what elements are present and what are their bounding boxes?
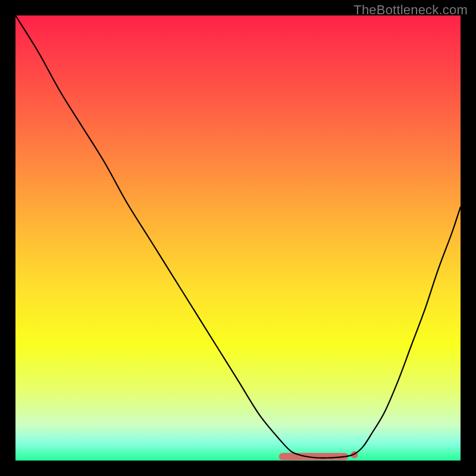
svg-point-1 bbox=[351, 451, 358, 458]
chart-container: TheBottleneck.com bbox=[0, 0, 476, 476]
chart-svg bbox=[15, 15, 461, 461]
bottleneck-curve bbox=[15, 15, 461, 458]
optimal-zone-band bbox=[283, 451, 358, 458]
plot-area bbox=[15, 15, 461, 461]
